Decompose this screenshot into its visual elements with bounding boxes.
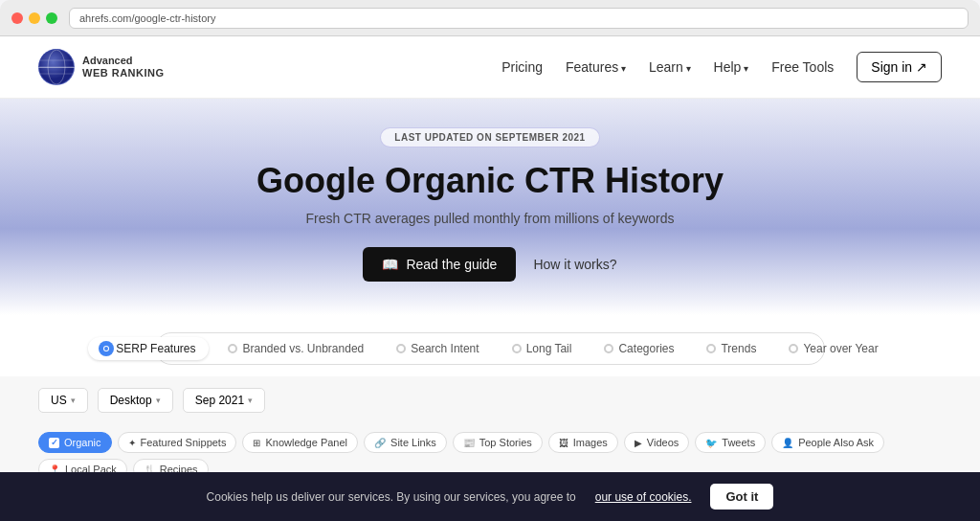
read-guide-button[interactable]: 📖 Read the guide — [363, 247, 516, 282]
device-dropdown-icon: ▾ — [156, 396, 161, 405]
tab-radio-longtail — [512, 344, 522, 353]
tag-label-images: Images — [573, 437, 608, 448]
tab-radio-trends — [706, 344, 716, 353]
tag-label-topstories: Top Stories — [479, 437, 532, 448]
read-guide-label: Read the guide — [406, 257, 497, 272]
hero-title: Google Organic CTR History — [19, 161, 961, 201]
tag-images[interactable]: 🖼 Images — [548, 432, 618, 453]
tag-check-organic: ✓ — [49, 438, 59, 448]
nav-features[interactable]: Features — [566, 59, 626, 75]
tab-radio-categories — [604, 344, 613, 353]
tab-label-branded: Branded vs. Unbranded — [242, 342, 364, 355]
tab-label-intent: Search Intent — [411, 342, 479, 355]
hero-actions: 📖 Read the guide How it works? — [19, 247, 961, 282]
close-button[interactable] — [11, 12, 23, 24]
device-label: Desktop — [110, 394, 152, 407]
tab-categories[interactable]: Categories — [590, 337, 687, 360]
book-icon: 📖 — [382, 257, 398, 272]
tag-people-also-ask[interactable]: 👤 People Also Ask — [771, 432, 884, 453]
browser-chrome: ahrefs.com/google-ctr-history — [0, 0, 980, 36]
tab-label-trends: Trends — [721, 342, 756, 355]
page-content: Advanced WEB RANKING Pricing Features Le… — [0, 36, 980, 521]
tab-long-tail[interactable]: Long Tail — [499, 337, 586, 360]
nav-learn[interactable]: Learn — [649, 59, 691, 75]
navigation: Advanced WEB RANKING Pricing Features Le… — [0, 36, 980, 99]
date-label: Sep 2021 — [195, 394, 244, 407]
tag-label-organic: Organic — [64, 437, 101, 448]
cookie-banner: Cookies help us deliver our services. By… — [0, 472, 980, 521]
nav-links: Pricing Features Learn Help Free Tools S… — [501, 52, 942, 82]
tab-radio-branded — [228, 344, 237, 353]
images-icon: 🖼 — [559, 438, 568, 448]
sign-in-button[interactable]: Sign in ↗ — [857, 52, 942, 82]
tab-label-categories: Categories — [618, 342, 674, 355]
filters-row: US ▾ Desktop ▾ Sep 2021 ▾ — [0, 376, 980, 424]
knowledge-panel-icon: ⊞ — [253, 438, 260, 448]
tag-organic[interactable]: ✓ Organic — [38, 432, 112, 453]
nav-pricing[interactable]: Pricing — [501, 59, 543, 75]
tag-label-knowledge: Knowledge Panel — [265, 437, 347, 448]
tag-label-paa: People Also Ask — [798, 437, 874, 448]
tag-site-links[interactable]: 🔗 Site Links — [364, 432, 447, 453]
date-filter[interactable]: Sep 2021 ▾ — [183, 388, 265, 413]
tab-branded-unbranded[interactable]: Branded vs. Unbranded — [214, 337, 377, 360]
logo-globe-icon — [38, 49, 75, 85]
nav-free-tools[interactable]: Free Tools — [771, 59, 834, 75]
logo[interactable]: Advanced WEB RANKING — [38, 49, 165, 85]
tweets-icon: 🐦 — [705, 438, 717, 448]
top-stories-icon: 📰 — [463, 438, 475, 448]
country-label: US — [51, 394, 67, 407]
tag-top-stories[interactable]: 📰 Top Stories — [453, 432, 543, 453]
date-dropdown-icon: ▾ — [248, 396, 253, 405]
videos-icon: ▶ — [635, 438, 642, 448]
site-links-icon: 🔗 — [374, 438, 386, 448]
url-text: ahrefs.com/google-ctr-history — [79, 12, 215, 24]
tag-label-sitelinks: Site Links — [390, 437, 436, 448]
tag-label-featured: Featured Snippets — [141, 437, 227, 448]
address-bar[interactable]: ahrefs.com/google-ctr-history — [69, 8, 969, 29]
featured-snippets-icon: ✦ — [128, 438, 136, 448]
tag-label-tweets: Tweets — [722, 437, 755, 448]
tab-radio-serp — [101, 344, 111, 353]
tab-trends[interactable]: Trends — [693, 337, 769, 360]
country-dropdown-icon: ▾ — [71, 396, 76, 405]
logo-web-ranking: WEB RANKING — [82, 67, 165, 79]
hero-badge: LAST UPDATED ON SEPTEMBER 2021 — [380, 127, 599, 147]
logo-text: Advanced WEB RANKING — [82, 55, 165, 79]
tab-label-serp: SERP Features — [116, 342, 195, 355]
how-it-works-link[interactable]: How it works? — [533, 257, 616, 272]
traffic-lights — [11, 12, 57, 24]
tabs-row: SERP Features Branded vs. Unbranded Sear… — [155, 332, 825, 365]
nav-help[interactable]: Help — [714, 59, 749, 75]
country-filter[interactable]: US ▾ — [38, 388, 88, 413]
hero-subtitle: Fresh CTR averages pulled monthly from m… — [19, 211, 961, 226]
tab-serp-features[interactable]: SERP Features — [88, 337, 209, 360]
got-it-button[interactable]: Got it — [710, 484, 773, 510]
tag-featured-snippets[interactable]: ✦ Featured Snippets — [118, 432, 237, 453]
minimize-button[interactable] — [29, 12, 40, 24]
tab-radio-intent — [396, 344, 406, 353]
logo-advanced: Advanced — [82, 55, 165, 67]
tab-radio-yoy — [789, 344, 798, 353]
hero-section: LAST UPDATED ON SEPTEMBER 2021 Google Or… — [0, 99, 980, 315]
tab-label-longtail: Long Tail — [526, 342, 572, 355]
tag-knowledge-panel[interactable]: ⊞ Knowledge Panel — [242, 432, 358, 453]
tab-year-over-year[interactable]: Year over Year — [775, 337, 891, 360]
tab-label-yoy: Year over Year — [803, 342, 878, 355]
people-also-ask-icon: 👤 — [782, 438, 793, 448]
tag-videos[interactable]: ▶ Videos — [624, 432, 689, 453]
fullscreen-button[interactable] — [46, 12, 57, 24]
tag-tweets[interactable]: 🐦 Tweets — [695, 432, 766, 453]
svg-point-0 — [39, 50, 74, 84]
tag-label-videos: Videos — [647, 437, 679, 448]
tabs-section: SERP Features Branded vs. Unbranded Sear… — [0, 315, 980, 365]
cookie-text: Cookies help us deliver our services. By… — [207, 490, 576, 504]
tab-search-intent[interactable]: Search Intent — [383, 337, 492, 360]
cookie-link[interactable]: our use of cookies. — [595, 490, 692, 504]
device-filter[interactable]: Desktop ▾ — [98, 388, 173, 413]
